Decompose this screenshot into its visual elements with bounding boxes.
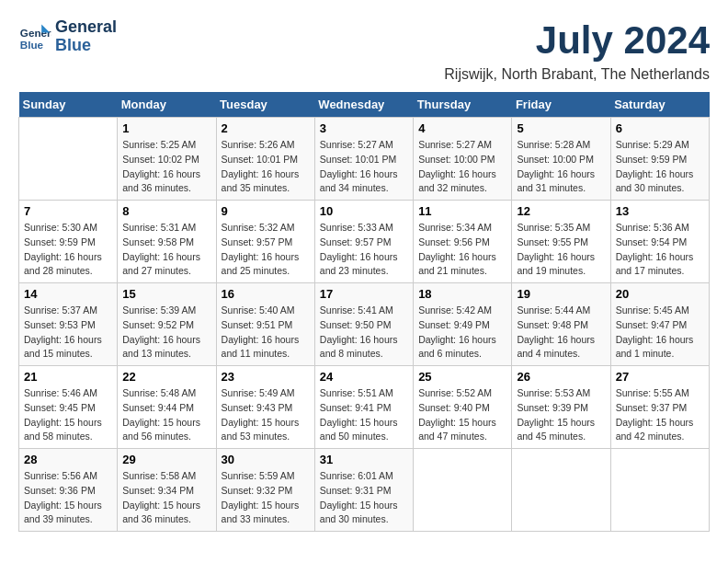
day-info: Sunrise: 5:53 AMSunset: 9:39 PMDaylight:…	[517, 386, 605, 444]
day-info: Sunrise: 5:27 AMSunset: 10:01 PMDaylight…	[320, 138, 408, 196]
calendar-cell: 25Sunrise: 5:52 AMSunset: 9:40 PMDayligh…	[414, 366, 512, 449]
day-info: Sunrise: 5:32 AMSunset: 9:57 PMDaylight:…	[222, 221, 310, 279]
calendar-cell: 12Sunrise: 5:35 AMSunset: 9:55 PMDayligh…	[512, 201, 610, 283]
calendar-cell: 5Sunrise: 5:28 AMSunset: 10:00 PMDayligh…	[512, 118, 610, 201]
calendar-cell	[610, 449, 709, 532]
day-number: 13	[616, 204, 704, 218]
day-number: 10	[320, 204, 408, 218]
header-wednesday: Wednesday	[314, 92, 413, 118]
calendar-cell: 3Sunrise: 5:27 AMSunset: 10:01 PMDayligh…	[314, 118, 413, 201]
header-saturday: Saturday	[610, 92, 709, 118]
calendar-cell	[19, 118, 118, 201]
header-tuesday: Tuesday	[216, 92, 314, 118]
header-thursday: Thursday	[414, 92, 512, 118]
day-info: Sunrise: 5:34 AMSunset: 9:56 PMDaylight:…	[418, 221, 506, 279]
calendar-cell: 16Sunrise: 5:40 AMSunset: 9:51 PMDayligh…	[216, 283, 314, 366]
day-number: 30	[222, 453, 310, 466]
day-number: 25	[418, 370, 506, 384]
day-info: Sunrise: 5:39 AMSunset: 9:52 PMDaylight:…	[122, 304, 210, 362]
header-monday: Monday	[118, 92, 216, 118]
calendar-cell: 24Sunrise: 5:51 AMSunset: 9:41 PMDayligh…	[314, 366, 413, 449]
day-number: 19	[517, 287, 605, 301]
calendar-cell	[512, 449, 610, 532]
day-info: Sunrise: 5:56 AMSunset: 9:36 PMDaylight:…	[24, 469, 112, 527]
day-info: Sunrise: 5:26 AMSunset: 10:01 PMDaylight…	[222, 138, 310, 196]
title-block: July 2024	[536, 18, 710, 63]
day-info: Sunrise: 5:58 AMSunset: 9:34 PMDaylight:…	[122, 469, 210, 527]
calendar-table: SundayMondayTuesdayWednesdayThursdayFrid…	[18, 92, 710, 532]
day-info: Sunrise: 6:01 AMSunset: 9:31 PMDaylight:…	[320, 469, 408, 527]
calendar-cell: 8Sunrise: 5:31 AMSunset: 9:58 PMDaylight…	[118, 201, 216, 283]
calendar-cell: 1Sunrise: 5:25 AMSunset: 10:02 PMDayligh…	[118, 118, 216, 201]
day-info: Sunrise: 5:45 AMSunset: 9:47 PMDaylight:…	[616, 304, 704, 362]
day-number: 7	[24, 204, 112, 218]
calendar-cell: 26Sunrise: 5:53 AMSunset: 9:39 PMDayligh…	[512, 366, 610, 449]
day-number: 31	[320, 453, 408, 466]
header-friday: Friday	[512, 92, 610, 118]
day-number: 5	[517, 121, 605, 135]
logo-general: General	[55, 18, 117, 37]
day-info: Sunrise: 5:41 AMSunset: 9:50 PMDaylight:…	[320, 304, 408, 362]
logo-blue: Blue	[55, 37, 117, 55]
day-number: 8	[122, 204, 210, 218]
calendar-cell: 17Sunrise: 5:41 AMSunset: 9:50 PMDayligh…	[314, 283, 413, 366]
calendar-cell: 7Sunrise: 5:30 AMSunset: 9:59 PMDaylight…	[19, 201, 118, 283]
day-number: 20	[616, 287, 704, 301]
day-info: Sunrise: 5:31 AMSunset: 9:58 PMDaylight:…	[122, 221, 210, 279]
day-number: 6	[616, 121, 704, 135]
day-number: 24	[320, 370, 408, 384]
calendar-week-4: 21Sunrise: 5:46 AMSunset: 9:45 PMDayligh…	[19, 366, 710, 449]
day-number: 4	[418, 121, 506, 135]
day-number: 21	[24, 370, 112, 384]
day-info: Sunrise: 5:28 AMSunset: 10:00 PMDaylight…	[517, 138, 605, 196]
day-info: Sunrise: 5:49 AMSunset: 9:43 PMDaylight:…	[222, 386, 310, 444]
day-info: Sunrise: 5:37 AMSunset: 9:53 PMDaylight:…	[24, 304, 112, 362]
day-number: 16	[222, 287, 310, 301]
svg-text:Blue: Blue	[20, 38, 44, 50]
calendar-cell: 27Sunrise: 5:55 AMSunset: 9:37 PMDayligh…	[610, 366, 709, 449]
day-number: 26	[517, 370, 605, 384]
calendar-cell: 9Sunrise: 5:32 AMSunset: 9:57 PMDaylight…	[216, 201, 314, 283]
calendar-week-2: 7Sunrise: 5:30 AMSunset: 9:59 PMDaylight…	[19, 201, 710, 283]
day-info: Sunrise: 5:36 AMSunset: 9:54 PMDaylight:…	[616, 221, 704, 279]
calendar-cell: 20Sunrise: 5:45 AMSunset: 9:47 PMDayligh…	[610, 283, 709, 366]
calendar-header-row: SundayMondayTuesdayWednesdayThursdayFrid…	[19, 92, 710, 118]
calendar-cell: 21Sunrise: 5:46 AMSunset: 9:45 PMDayligh…	[19, 366, 118, 449]
month-title: July 2024	[536, 18, 710, 63]
day-number: 1	[122, 121, 210, 135]
day-number: 23	[222, 370, 310, 384]
calendar-cell: 22Sunrise: 5:48 AMSunset: 9:44 PMDayligh…	[118, 366, 216, 449]
day-number: 17	[320, 287, 408, 301]
day-number: 15	[122, 287, 210, 301]
calendar-cell: 23Sunrise: 5:49 AMSunset: 9:43 PMDayligh…	[216, 366, 314, 449]
day-info: Sunrise: 5:51 AMSunset: 9:41 PMDaylight:…	[320, 386, 408, 444]
day-number: 28	[24, 453, 112, 466]
calendar-cell: 31Sunrise: 6:01 AMSunset: 9:31 PMDayligh…	[314, 449, 413, 532]
calendar-cell: 19Sunrise: 5:44 AMSunset: 9:48 PMDayligh…	[512, 283, 610, 366]
calendar-cell: 30Sunrise: 5:59 AMSunset: 9:32 PMDayligh…	[216, 449, 314, 532]
day-info: Sunrise: 5:33 AMSunset: 9:57 PMDaylight:…	[320, 221, 408, 279]
day-number: 27	[616, 370, 704, 384]
day-info: Sunrise: 5:25 AMSunset: 10:02 PMDaylight…	[122, 138, 210, 196]
day-info: Sunrise: 5:46 AMSunset: 9:45 PMDaylight:…	[24, 386, 112, 444]
day-info: Sunrise: 5:40 AMSunset: 9:51 PMDaylight:…	[222, 304, 310, 362]
calendar-cell	[414, 449, 512, 532]
calendar-cell: 4Sunrise: 5:27 AMSunset: 10:00 PMDayligh…	[414, 118, 512, 201]
day-number: 18	[418, 287, 506, 301]
header: General Blue General Blue July 2024	[18, 18, 710, 63]
day-number: 29	[122, 453, 210, 466]
calendar-cell: 29Sunrise: 5:58 AMSunset: 9:34 PMDayligh…	[118, 449, 216, 532]
day-number: 3	[320, 121, 408, 135]
location-title: Rijswijk, North Brabant, The Netherlands	[18, 66, 710, 83]
header-sunday: Sunday	[19, 92, 118, 118]
calendar-cell: 28Sunrise: 5:56 AMSunset: 9:36 PMDayligh…	[19, 449, 118, 532]
calendar-cell: 6Sunrise: 5:29 AMSunset: 9:59 PMDaylight…	[610, 118, 709, 201]
day-number: 14	[24, 287, 112, 301]
calendar-cell: 10Sunrise: 5:33 AMSunset: 9:57 PMDayligh…	[314, 201, 413, 283]
day-info: Sunrise: 5:55 AMSunset: 9:37 PMDaylight:…	[616, 386, 704, 444]
day-info: Sunrise: 5:52 AMSunset: 9:40 PMDaylight:…	[418, 386, 506, 444]
day-number: 22	[122, 370, 210, 384]
day-info: Sunrise: 5:59 AMSunset: 9:32 PMDaylight:…	[222, 469, 310, 527]
day-number: 2	[222, 121, 310, 135]
day-info: Sunrise: 5:27 AMSunset: 10:00 PMDaylight…	[418, 138, 506, 196]
